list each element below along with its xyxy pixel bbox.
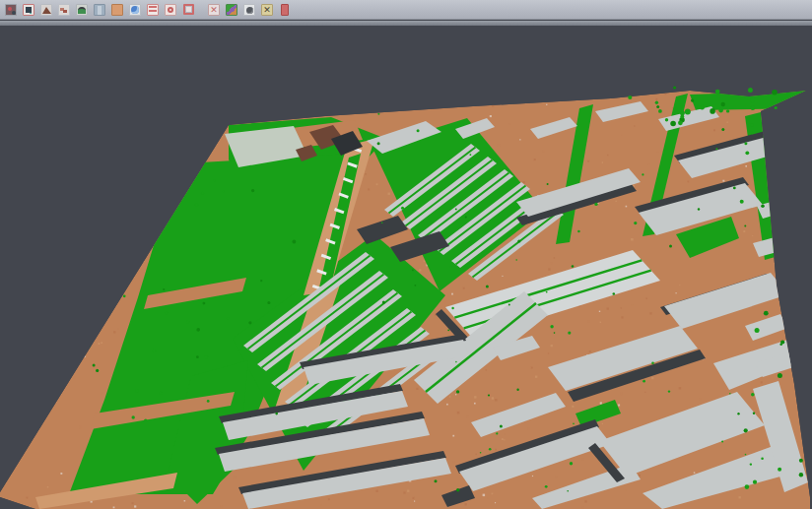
region-brackets-button[interactable]: [180, 2, 196, 18]
select-points-icon: [5, 4, 17, 16]
application-window: { "toolbar": { "icons": [ {"name":"selec…: [0, 0, 812, 509]
3d-viewport[interactable]: [0, 26, 812, 509]
terrain-model-button[interactable]: [74, 2, 90, 18]
red-ruler-button[interactable]: [277, 2, 293, 18]
terrain-brown-button[interactable]: [38, 2, 54, 18]
orthophoto-button[interactable]: [109, 2, 125, 18]
terrain-model-icon: [76, 4, 88, 16]
record-circle-button[interactable]: [163, 2, 178, 18]
sparse-points-icon: [58, 4, 70, 16]
terrain-brown-icon: [40, 4, 52, 16]
classification-colors-icon: [226, 4, 237, 16]
dark-sphere-button[interactable]: [241, 2, 257, 18]
classification-colors-button[interactable]: [224, 2, 239, 18]
red-ruler-icon: [281, 4, 289, 16]
red-layers-icon: [147, 4, 159, 16]
sparse-points-button[interactable]: [56, 2, 72, 18]
align-region-button[interactable]: [21, 2, 36, 18]
texture-column-button[interactable]: [92, 2, 107, 18]
globe-button[interactable]: [127, 2, 143, 18]
clear-selection-icon: ✕: [208, 4, 220, 16]
texture-column-icon: [94, 4, 105, 16]
orthophoto-icon: [111, 4, 123, 16]
dark-sphere-icon: [243, 4, 255, 16]
red-layers-button[interactable]: [145, 2, 161, 18]
select-points-button[interactable]: [3, 2, 19, 18]
mesh-grid-icon: ✕: [261, 4, 273, 16]
globe-icon: [129, 4, 141, 16]
point-cloud-scene: [0, 26, 812, 509]
region-brackets-icon: [183, 4, 194, 15]
mesh-grid-button[interactable]: ✕: [259, 2, 275, 18]
align-region-icon: [23, 4, 34, 16]
record-circle-icon: [165, 4, 176, 16]
main-toolbar: ✕✕: [0, 0, 812, 20]
clear-selection-button[interactable]: ✕: [206, 2, 222, 18]
